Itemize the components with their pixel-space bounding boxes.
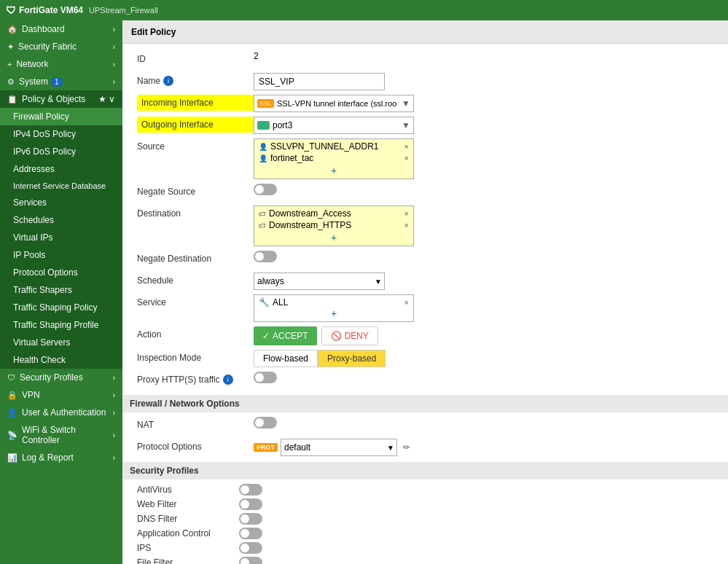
outgoing-interface-row: Outgoing Interface 🌐 port3 ▼ [137, 117, 713, 134]
dest-tag-close-2[interactable]: × [404, 221, 409, 230]
protocol-options-control: PROT default ▼ ✏ [254, 439, 410, 456]
sidebar-item-virtual-servers[interactable]: Virtual Servers [0, 334, 122, 351]
protocol-options-select-wrapper: default ▼ [281, 439, 397, 456]
sidebar-item-ipv6-dos[interactable]: IPv6 DoS Policy [0, 143, 122, 160]
action-row: Action ✓ ACCEPT 🚫 DENY [137, 326, 713, 345]
outgoing-interface-display[interactable]: 🌐 port3 ▼ [254, 117, 414, 134]
source-tag-box: 👤 SSLVPN_TUNNEL_ADDR1 × 👤 fortinet_tac ×… [254, 138, 414, 179]
nat-toggle[interactable] [254, 417, 277, 428]
system-icon: ⚙ [7, 77, 15, 87]
negate-source-toggle[interactable] [254, 184, 277, 195]
sidebar-item-system[interactable]: ⚙ System 1 › [0, 73, 122, 90]
sidebar-item-protocol-options[interactable]: Protocol Options [0, 264, 122, 281]
negate-destination-label: Negate Destination [137, 251, 254, 264]
inspection-mode-buttons: Flow-based Proxy-based [254, 350, 385, 367]
id-value: 2 [254, 51, 501, 61]
incoming-interface-select-wrapper: SSL SSL-VPN tunnel interface (ssl.roo ▼ [254, 95, 501, 112]
schedule-control: always ▼ [254, 273, 501, 290]
proxy-based-button[interactable]: Proxy-based [318, 350, 385, 367]
name-input[interactable] [254, 73, 385, 90]
source-tag-close-1[interactable]: × [404, 142, 409, 151]
form-container: ID 2 Name i Incoming Interface [122, 44, 728, 564]
service-tag-close[interactable]: × [404, 298, 409, 307]
policy-icon: 📋 [7, 95, 17, 104]
sidebar-item-internet-svc-db[interactable]: Internet Service Database [0, 178, 122, 194]
name-row: Name i [137, 73, 713, 90]
service-add-button[interactable]: + [259, 308, 409, 319]
security-fabric-icon: ✦ [7, 42, 14, 52]
flow-based-button[interactable]: Flow-based [254, 350, 318, 367]
protocol-options-select[interactable]: default [281, 439, 397, 456]
sidebar-item-security-profiles[interactable]: 🛡 Security Profiles › [0, 369, 122, 386]
outgoing-interface-label: Outgoing Interface [137, 117, 254, 133]
sidebar-item-schedules[interactable]: Schedules [0, 211, 122, 229]
schedule-select-wrapper: always ▼ [254, 273, 385, 290]
prot-badge: PROT [254, 443, 278, 452]
inspection-mode-label: Inspection Mode [137, 350, 254, 363]
sidebar-item-traffic-shapers[interactable]: Traffic Shapers [0, 281, 122, 299]
content-area: Edit Policy ID 2 Name i [122, 20, 728, 564]
destination-label: Destination [137, 205, 254, 219]
arrow-icon: › [113, 431, 115, 439]
deny-button[interactable]: 🚫 DENY [321, 326, 378, 345]
arrow-icon: › [113, 26, 115, 34]
sidebar-item-user-auth[interactable]: 👤 User & Authentication › [0, 404, 122, 421]
source-row: Source 👤 SSLVPN_TUNNEL_ADDR1 × 👤 fortine… [137, 138, 713, 179]
incoming-interface-display[interactable]: SSL SSL-VPN tunnel interface (ssl.roo ▼ [254, 95, 414, 112]
dest-tag-icon-1: 🏷 [259, 210, 266, 218]
sidebar-item-security-fabric[interactable]: ✦ Security Fabric › [0, 38, 122, 55]
sidebar-item-traffic-shaping-policy[interactable]: Traffic Shaping Policy [0, 299, 122, 316]
proxy-http-row: Proxy HTTP(S) traffic i [137, 372, 713, 389]
name-info-icon[interactable]: i [163, 76, 173, 86]
arrow-icon: › [113, 391, 115, 399]
nat-label: NAT [137, 417, 254, 430]
negate-destination-toggle[interactable] [254, 251, 277, 262]
source-tag-icon-2: 👤 [259, 154, 267, 162]
sidebar-item-addresses[interactable]: Addresses [0, 160, 122, 178]
sidebar-item-health-check[interactable]: Health Check [0, 351, 122, 369]
shield-icon: 🛡 [7, 373, 15, 382]
source-tag-2: 👤 fortinet_tac × [259, 153, 409, 163]
dns-filter-toggle[interactable] [239, 513, 262, 525]
sidebar-item-network[interactable]: + Network › [0, 55, 122, 73]
sidebar-item-services[interactable]: Services [0, 194, 122, 211]
security-profiles-section-header: Security Profiles [122, 462, 728, 479]
sidebar-sub-policy: Firewall Policy IPv4 DoS Policy IPv6 DoS… [0, 108, 122, 369]
arrow-icon: › [113, 409, 115, 417]
sidebar-item-ip-pools[interactable]: IP Pools [0, 246, 122, 264]
sidebar-item-traffic-shaping-profile[interactable]: Traffic Shaping Profile [0, 316, 122, 334]
id-row: ID 2 [137, 51, 713, 68]
arrow-icon: › [113, 43, 115, 51]
firewall-network-section-header: Firewall / Network Options [122, 395, 728, 412]
outgoing-interface-control: 🌐 port3 ▼ [254, 117, 501, 134]
sidebar-item-virtual-ips[interactable]: Virtual IPs [0, 229, 122, 246]
source-tag-close-2[interactable]: × [404, 154, 409, 162]
network-icon: + [7, 60, 12, 68]
sidebar-item-wifi-switch[interactable]: 📡 WiFi & Switch Controller › [0, 421, 122, 449]
protocol-options-edit-icon[interactable]: ✏ [403, 442, 410, 453]
file-filter-toggle[interactable] [239, 557, 262, 564]
negate-source-row: Negate Source [137, 184, 713, 201]
negate-destination-row: Negate Destination [137, 251, 713, 268]
sidebar-item-firewall-policy[interactable]: Firewall Policy [0, 108, 122, 125]
chevron-down-icon: ∨ [109, 94, 115, 104]
sidebar-item-log-report[interactable]: 📊 Log & Report › [0, 449, 122, 466]
app-control-toggle[interactable] [239, 528, 262, 539]
dest-add-button[interactable]: + [259, 232, 409, 243]
dest-tag-close-1[interactable]: × [404, 209, 409, 218]
source-label: Source [137, 138, 254, 152]
accept-button[interactable]: ✓ ACCEPT [254, 326, 317, 345]
inspection-mode-row: Inspection Mode Flow-based Proxy-based [137, 350, 713, 367]
sidebar-item-dashboard[interactable]: 🏠 Dashboard › [0, 20, 122, 38]
source-add-button[interactable]: + [259, 165, 409, 176]
user-icon: 👤 [7, 408, 17, 418]
antivirus-toggle[interactable] [239, 484, 262, 496]
ips-toggle[interactable] [239, 542, 262, 554]
schedule-select[interactable]: always [254, 273, 385, 290]
sidebar-item-policy-objects[interactable]: 📋 Policy & Objects ★ ∨ [0, 90, 122, 108]
proxy-http-info-icon[interactable]: i [223, 375, 233, 385]
sidebar-item-vpn[interactable]: 🔒 VPN › [0, 386, 122, 404]
proxy-http-toggle[interactable] [254, 372, 277, 383]
web-filter-toggle[interactable] [239, 498, 262, 510]
sidebar-item-ipv4-dos[interactable]: IPv4 DoS Policy [0, 125, 122, 143]
